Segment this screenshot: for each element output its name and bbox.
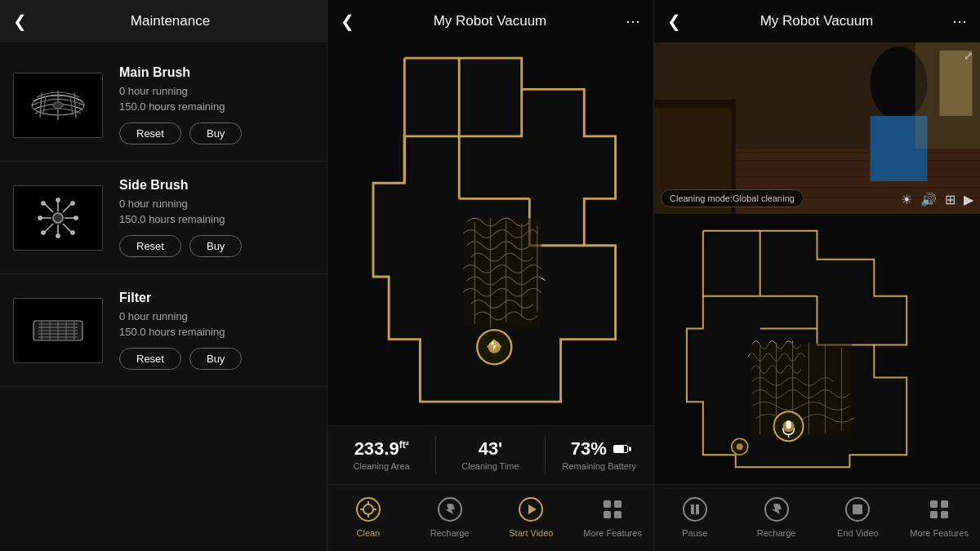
maintenance-panel: ❮ Maintenance	[0, 0, 327, 551]
floor-map-svg	[327, 42, 653, 425]
main-brush-buy-button[interactable]: Buy	[189, 122, 242, 144]
screen-button[interactable]: ⊞	[945, 192, 956, 207]
clean-label: Clean	[357, 528, 381, 538]
svg-rect-49	[604, 511, 611, 518]
svg-point-20	[71, 202, 74, 205]
record-button[interactable]: ▶	[964, 192, 973, 207]
map-container[interactable]	[327, 42, 653, 425]
pause-button[interactable]: Pause	[654, 491, 736, 541]
camera-controls: ☀ 🔊 ⊞ ▶	[901, 192, 973, 207]
clean-button[interactable]: Clean	[327, 491, 409, 541]
cleaning-time-label: Cleaning Time	[461, 461, 519, 471]
main-brush-remaining: 150.0 hours remaining	[119, 100, 314, 113]
svg-rect-39	[463, 218, 541, 327]
main-brush-reset-button[interactable]: Reset	[119, 122, 181, 144]
more-features-button[interactable]: More Features	[572, 491, 653, 541]
cleaning-area-label: Cleaning Area	[354, 461, 410, 471]
recharge-label: Recharge	[430, 528, 470, 538]
svg-point-85	[737, 443, 743, 450]
maintenance-back-button[interactable]: ❮	[13, 11, 27, 31]
start-video-button[interactable]: Start Video	[491, 491, 572, 541]
camera-more-button[interactable]: ⋯	[952, 12, 967, 30]
cleaning-area-stat: 233.9ft² Cleaning Area	[327, 436, 436, 474]
clean-icon	[354, 495, 383, 524]
svg-rect-95	[941, 511, 948, 518]
map-header: ❮ My Robot Vacuum ⋯	[327, 0, 653, 42]
maintenance-header: ❮ Maintenance	[0, 0, 327, 42]
svg-line-10	[45, 204, 53, 212]
p3-more-features-button[interactable]: More Features	[898, 491, 980, 541]
maintenance-list: Main Brush 0 hour running 150.0 hours re…	[0, 42, 327, 551]
map-back-button[interactable]: ❮	[341, 11, 354, 31]
main-brush-running: 0 hour running	[119, 85, 314, 97]
side-brush-icon	[25, 193, 91, 242]
camera-bottom-actions: Pause Recharge End Video More Features	[654, 484, 980, 551]
camera-scene-svg	[654, 42, 980, 214]
battery-stat: 73% Remaining Battery	[546, 436, 653, 474]
cleaning-time-stat: 43' Cleaning Time	[436, 436, 545, 474]
svg-rect-93	[941, 500, 948, 508]
filter-icon	[25, 306, 91, 355]
brightness-button[interactable]: ☀	[901, 192, 912, 207]
map-more-button[interactable]: ⋯	[626, 12, 640, 30]
svg-point-17	[74, 216, 78, 220]
end-video-icon	[843, 495, 872, 524]
main-brush-name: Main Brush	[119, 65, 314, 80]
recharge-icon	[435, 495, 465, 524]
main-brush-image	[13, 73, 103, 138]
main-brush-item: Main Brush 0 hour running 150.0 hours re…	[0, 49, 327, 162]
cleaning-time-value: 43'	[479, 439, 503, 459]
side-brush-buy-button[interactable]: Buy	[189, 235, 242, 257]
side-brush-image	[13, 185, 103, 251]
side-brush-actions: Reset Buy	[119, 235, 314, 257]
volume-button[interactable]: 🔊	[920, 192, 937, 207]
svg-point-86	[684, 498, 706, 521]
side-brush-running: 0 hour running	[119, 198, 314, 210]
svg-point-16	[38, 216, 42, 220]
camera-title: My Robot Vacuum	[681, 13, 952, 29]
camera-map[interactable]	[654, 214, 980, 484]
svg-rect-87	[691, 504, 694, 514]
battery-value: 73%	[571, 439, 628, 459]
svg-line-11	[63, 224, 71, 232]
camera-view: ⤢ ☀ 🔊 ⊞ ▶ Cleaning mode:Global cleaning	[654, 42, 980, 214]
battery-label: Remaining Battery	[563, 461, 637, 471]
camera-map-svg	[654, 214, 980, 484]
filter-info: Filter 0 hour running 150.0 hours remain…	[119, 291, 314, 370]
svg-line-12	[63, 204, 71, 212]
pause-label: Pause	[682, 528, 707, 538]
p3-recharge-icon	[762, 495, 791, 524]
filter-reset-button[interactable]: Reset	[119, 348, 181, 370]
camera-back-button[interactable]: ❮	[667, 11, 681, 31]
filter-buy-button[interactable]: Buy	[189, 348, 242, 370]
side-brush-reset-button[interactable]: Reset	[119, 235, 181, 257]
svg-rect-82	[786, 420, 791, 429]
filter-image	[13, 298, 103, 363]
p3-more-features-icon	[924, 495, 954, 524]
svg-rect-88	[696, 504, 699, 514]
filter-actions: Reset Buy	[119, 348, 314, 370]
main-brush-info: Main Brush 0 hour running 150.0 hours re…	[119, 65, 314, 144]
battery-icon	[613, 445, 628, 453]
svg-marker-46	[528, 504, 537, 514]
side-brush-info: Side Brush 0 hour running 150.0 hours re…	[119, 178, 314, 257]
more-features-label: More Features	[583, 528, 642, 538]
recharge-button[interactable]: Recharge	[409, 491, 491, 541]
svg-point-5	[53, 213, 63, 223]
svg-rect-92	[930, 500, 938, 508]
svg-point-18	[42, 202, 45, 205]
start-video-label: Start Video	[509, 528, 553, 538]
svg-line-13	[45, 224, 53, 232]
cleaning-area-value: 233.9ft²	[354, 439, 409, 459]
maintenance-title: Maintenance	[27, 13, 314, 29]
p3-recharge-button[interactable]: Recharge	[736, 491, 817, 541]
camera-panel: ❮ My Robot Vacuum ⋯	[653, 0, 980, 551]
start-video-icon	[516, 495, 546, 524]
end-video-button[interactable]: End Video	[817, 491, 899, 541]
svg-rect-47	[604, 500, 611, 508]
p3-recharge-label: Recharge	[757, 528, 796, 538]
main-brush-icon	[25, 81, 91, 130]
svg-point-43	[363, 504, 373, 514]
side-brush-name: Side Brush	[119, 178, 314, 193]
expand-button[interactable]: ⤢	[964, 49, 973, 62]
